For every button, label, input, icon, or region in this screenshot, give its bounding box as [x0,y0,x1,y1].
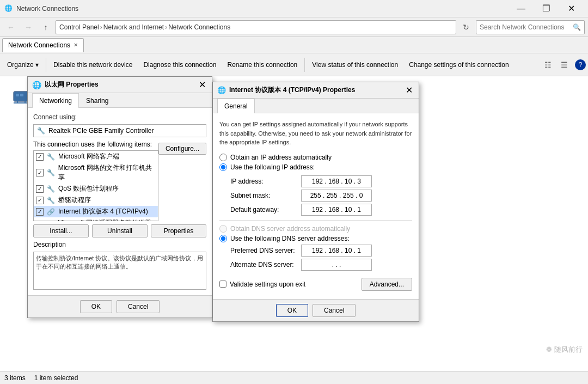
tab-networking[interactable]: Networking [32,93,79,108]
list-item-label: 桥驱动程序 [58,196,91,205]
tcpip-title: Internet 协议版本 4 (TCP/IPv4) Properties [229,86,400,95]
adapter-box: 🔧 Realtek PCIe GBE Family Controller [33,124,206,137]
preferred-dns-label: Preferred DNS server: [230,247,301,254]
properties-body: Connect using: 🔧 Realtek PCIe GBE Family… [28,108,212,295]
ip-address-row: IP address: 192 . 168 . 10 . 3 [230,175,412,187]
address-path[interactable]: Control Panel › Network and Internet › N… [56,20,456,34]
search-box[interactable]: 🔍 [476,20,585,34]
properties-close-button[interactable]: ✕ [197,80,207,90]
refresh-button[interactable]: ↻ [458,20,474,35]
ip-form: IP address: 192 . 168 . 10 . 3 Subnet ma… [230,175,412,216]
properties-title-bar: 🌐 以太网 Properties ✕ [28,77,212,93]
path-network-internet[interactable]: Network and Internet [103,23,164,31]
auto-ip-label: Obtain an IP address automatically [230,154,332,161]
auto-dns-radio[interactable] [219,225,227,233]
svg-rect-2 [20,94,23,96]
rename-connection-button[interactable]: Rename this connection [223,56,303,74]
minimize-button[interactable]: — [509,0,534,17]
tab-network-connections[interactable]: Network Connections ✕ [2,38,84,52]
properties-title: 以太网 Properties [45,80,193,89]
window-controls: — ❐ ✕ [509,0,584,17]
preferred-dns-field[interactable]: 192 . 168 . 10 . 1 [301,245,372,257]
change-settings-button[interactable]: Change settings of this connection [404,56,513,74]
manual-dns-row: Use the following DNS server addresses: [219,235,412,242]
list-item-checkbox[interactable] [36,169,44,176]
properties-cancel-button[interactable]: Cancel [117,300,160,313]
view-toggle-button[interactable]: ☰ [556,57,572,72]
dialog-overlay: 🌐 以太网 Properties ✕ Networking Sharing Co… [0,76,588,371]
validate-checkbox[interactable] [219,281,226,288]
auto-dns-row: Obtain DNS server address automatically [219,225,412,233]
path-network-connections[interactable]: Network Connections [168,23,230,31]
forward-button[interactable]: → [21,20,36,35]
title-bar: 🌐 Network Connections — ❐ ✕ [0,0,588,17]
tcpip-ok-button[interactable]: OK [276,304,308,317]
up-button[interactable]: ↑ [38,20,53,35]
disable-network-device-button[interactable]: Disable this network device [48,56,137,74]
list-item[interactable]: 🔧QoS 数据包计划程序 [34,183,158,194]
help-button[interactable]: ? [575,59,586,70]
properties-ok-button[interactable]: OK [80,300,112,313]
advanced-button[interactable]: Advanced... [362,278,412,291]
list-item-icon: 🔧 [47,153,55,161]
view-status-button[interactable]: View status of this connection [307,56,403,74]
manual-dns-radio[interactable] [219,235,227,242]
list-item-checkbox[interactable] [36,208,44,216]
list-item-icon: 🔧 [47,169,55,176]
window-icon: 🌐 [4,4,13,13]
organize-button[interactable]: Organize ▾ [2,56,44,74]
list-item[interactable]: 🔗Internet 协议版本 4 (TCP/IPv4) [34,206,158,217]
alternate-dns-field[interactable]: . . . [301,259,372,271]
install-button[interactable]: Install... [33,224,89,237]
tcpip-cancel-button[interactable]: Cancel [313,304,356,317]
watermark: ❁ 随风前行 [546,345,583,355]
path-control-panel[interactable]: Control Panel [59,23,99,31]
view-options-button[interactable]: ☷ [540,57,555,72]
ip-address-label: IP address: [230,178,301,185]
restore-button[interactable]: ❐ [534,0,559,17]
uninstall-button[interactable]: Uninstall [92,224,148,237]
description-box: 传输控制协议/Internet 协议。该协议是默认的广域网络协议，用于在不同的相… [33,252,206,290]
tab-bar: Network Connections ✕ [0,37,588,53]
list-item-icon: 🔧 [47,185,55,193]
tcpip-description: You can get IP settings assigned automat… [219,120,412,147]
list-item-checkbox[interactable] [36,197,44,204]
tab-close-icon[interactable]: ✕ [74,42,78,48]
ip-address-field[interactable]: 192 . 168 . 10 . 3 [301,175,372,187]
manual-ip-row: Use the following IP address: [219,163,412,171]
diagnose-connection-button[interactable]: Diagnose this connection [138,56,221,74]
tcpip-close-button[interactable]: ✕ [403,85,414,96]
search-input[interactable] [480,23,571,31]
tab-sharing[interactable]: Sharing [79,93,115,108]
list-item[interactable]: 🔗Microsoft 网络适配器多路传送器协议 [34,217,158,221]
subnet-mask-field[interactable]: 255 . 255 . 255 . 0 [301,190,372,202]
configure-button[interactable]: Configure... [158,143,206,155]
adapter-icon: 🔧 [37,127,45,135]
item-properties-button[interactable]: Properties [151,224,206,237]
svg-rect-1 [16,94,19,96]
properties-icon: 🌐 [32,81,41,89]
back-button[interactable]: ← [3,20,19,35]
list-item-checkbox[interactable] [36,185,44,193]
list-item-icon: 🔗 [47,208,55,216]
manual-ip-radio[interactable] [219,163,227,171]
auto-dns-label: Obtain DNS server address automatically [230,225,350,233]
auto-ip-row: Obtain an IP address automatically [219,154,412,161]
list-item[interactable]: 🔧桥驱动程序 [34,194,158,206]
tcpip-body: You can get IP settings assigned automat… [213,113,419,299]
auto-ip-radio[interactable] [219,154,227,161]
manual-ip-label: Use the following IP address: [230,163,315,171]
search-icon: 🔍 [573,23,581,31]
validate-label: Validate settings upon exit [230,281,305,288]
list-item[interactable]: 🔧Microsoft 网络客户端 [34,151,158,162]
dns-section: Obtain DNS server address automatically … [219,220,412,271]
subnet-mask-row: Subnet mask: 255 . 255 . 255 . 0 [230,190,412,202]
list-item-checkbox[interactable] [36,153,44,161]
tcpip-dialog: 🌐 Internet 协议版本 4 (TCP/IPv4) Properties … [212,82,419,322]
gateway-field[interactable]: 192 . 168 . 10 . 1 [301,204,372,216]
close-button[interactable]: ✕ [559,0,584,17]
manual-dns-label: Use the following DNS server addresses: [230,235,350,242]
list-item[interactable]: 🔧Microsoft 网络的文件和打印机共享 [34,162,158,183]
list-item-label: Microsoft 网络的文件和打印机共享 [58,163,156,182]
tab-general[interactable]: General [217,99,255,113]
